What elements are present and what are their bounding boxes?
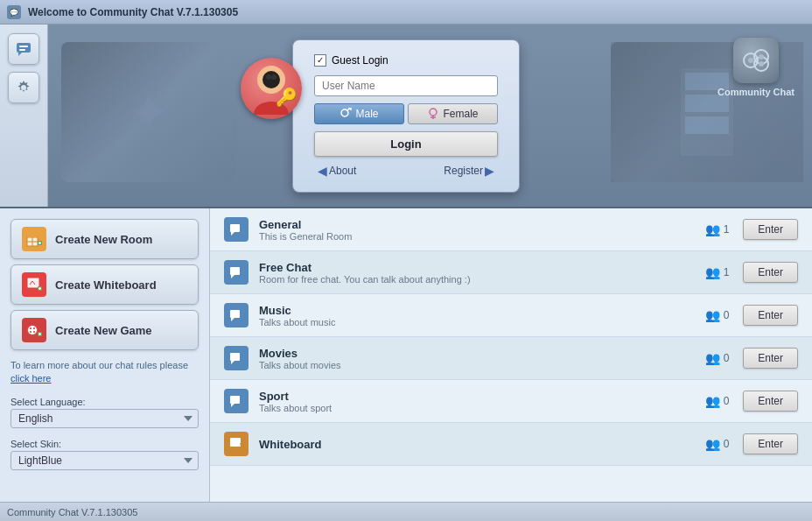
- register-link[interactable]: Register ▶: [444, 164, 494, 178]
- status-text: Community Chat V.7.1.130305: [7, 507, 137, 517]
- enter-room-button[interactable]: Enter: [743, 433, 798, 454]
- enter-room-button[interactable]: Enter: [743, 219, 798, 240]
- svg-marker-3: [18, 53, 22, 56]
- svg-point-13: [341, 109, 348, 116]
- svg-rect-57: [230, 353, 240, 361]
- users-icon: 👥: [705, 222, 720, 236]
- enter-room-button[interactable]: Enter: [743, 262, 798, 283]
- create-whiteboard-label: Create Whiteboard: [55, 278, 157, 292]
- room-list-item: Sport Talks about sport 👥 0 Enter: [210, 380, 812, 423]
- bottom-area: Create New Room Create Whiteboard: [0, 208, 812, 502]
- about-arrow-icon: ◀: [318, 164, 327, 178]
- svg-marker-52: [231, 232, 234, 236]
- room-name: Music: [259, 304, 705, 317]
- user-count: 0: [724, 395, 730, 407]
- room-list-item: Whiteboard 👥 0 Enter: [210, 423, 812, 466]
- left-panel: Create New Room Create Whiteboard: [0, 208, 210, 502]
- svg-point-46: [30, 331, 32, 333]
- community-logo-icon: [733, 38, 779, 83]
- room-icon: [224, 303, 248, 327]
- female-btn[interactable]: Female: [408, 103, 498, 124]
- username-input[interactable]: [314, 75, 498, 96]
- room-list-item: Movies Talks about movies 👥 0 Enter: [210, 337, 812, 380]
- room-info: Sport Talks about sport: [259, 390, 705, 413]
- community-chat-label: Community Chat: [718, 87, 794, 98]
- community-logo-area: Community Chat: [718, 38, 794, 98]
- room-name: Movies: [259, 347, 705, 360]
- male-label: Male: [355, 108, 378, 120]
- create-whiteboard-button[interactable]: Create Whiteboard: [10, 264, 199, 305]
- room-desc: Talks about music: [259, 317, 705, 327]
- login-button[interactable]: Login: [314, 131, 498, 157]
- users-icon: 👥: [705, 351, 720, 365]
- svg-point-29: [759, 54, 764, 60]
- room-users: 👥 0: [705, 351, 730, 365]
- language-select[interactable]: English Spanish French: [10, 409, 199, 428]
- room-desc: Room for free chat. You can talk about a…: [259, 274, 705, 285]
- room-icon: [224, 389, 248, 413]
- room-users: 👥 1: [705, 265, 730, 279]
- room-users: 👥 0: [705, 308, 730, 322]
- room-list-item: Free Chat Room for free chat. You can ta…: [210, 251, 812, 294]
- user-count: 1: [724, 223, 730, 236]
- svg-text:💬: 💬: [10, 8, 18, 17]
- room-icon: [224, 346, 248, 370]
- click-here-link[interactable]: click here: [10, 373, 51, 384]
- users-icon: 👥: [705, 394, 720, 408]
- room-list-item: Music Talks about music 👥 0 Enter: [210, 294, 812, 337]
- svg-rect-55: [230, 310, 240, 318]
- room-list-panel: General This is General Room 👥 1 Enter F…: [210, 208, 812, 502]
- settings-sidebar-btn[interactable]: [8, 72, 39, 103]
- room-icon: [224, 260, 248, 285]
- svg-point-45: [33, 327, 35, 329]
- users-icon: 👥: [705, 308, 720, 322]
- create-room-label: Create New Room: [55, 233, 152, 246]
- svg-point-10: [266, 74, 271, 80]
- svg-rect-2: [17, 43, 31, 53]
- room-desc: Talks about movies: [259, 360, 705, 370]
- svg-point-47: [33, 331, 35, 333]
- guest-login-row: ✓ Guest Login: [314, 54, 498, 67]
- male-btn[interactable]: Male: [314, 103, 404, 124]
- room-icon: [224, 217, 248, 242]
- room-name: Sport: [259, 390, 705, 403]
- chat-sidebar-btn[interactable]: [8, 33, 39, 65]
- svg-rect-51: [230, 224, 240, 232]
- enter-room-button[interactable]: Enter: [743, 305, 798, 326]
- skin-label: Select Skin:: [10, 439, 199, 449]
- skin-select[interactable]: LightBlue Default Dark: [10, 451, 199, 470]
- svg-point-17: [430, 109, 437, 116]
- title-bar: 💬 Welcome to Community Chat V.7.1.130305: [0, 0, 812, 25]
- svg-marker-56: [231, 318, 234, 321]
- status-bar: Community Chat V.7.1.130305: [0, 502, 812, 521]
- chat-rules-text: To learn more about our chat rules pleas…: [10, 359, 199, 386]
- language-section: Select Language: English Spanish French: [10, 397, 199, 428]
- room-users: 👥 0: [705, 394, 730, 408]
- user-count: 0: [724, 309, 730, 321]
- svg-marker-60: [231, 404, 234, 407]
- svg-rect-59: [230, 396, 240, 404]
- enter-room-button[interactable]: Enter: [743, 348, 798, 369]
- users-icon: 👥: [705, 437, 720, 451]
- skin-section: Select Skin: LightBlue Default Dark: [10, 439, 199, 470]
- create-game-icon: [22, 318, 46, 342]
- window-title: Welcome to Community Chat V.7.1.130305: [28, 6, 238, 18]
- app-icon: 💬: [7, 5, 21, 19]
- room-desc: This is General Room: [259, 231, 705, 242]
- svg-rect-61: [230, 438, 241, 447]
- create-room-button[interactable]: Create New Room: [10, 219, 199, 259]
- svg-marker-58: [231, 361, 234, 364]
- gender-row: Male Female: [314, 103, 498, 124]
- create-game-button[interactable]: Create New Game: [10, 310, 199, 350]
- create-game-label: Create New Game: [55, 324, 152, 337]
- about-link[interactable]: ◀ About: [318, 164, 356, 178]
- svg-rect-4: [19, 46, 28, 47]
- guest-login-checkbox[interactable]: ✓: [314, 54, 326, 67]
- svg-point-44: [30, 327, 32, 329]
- room-users: 👥 1: [705, 222, 730, 236]
- main-window: ✦ 🔑 ✓: [0, 25, 812, 521]
- user-count: 0: [724, 438, 730, 450]
- enter-room-button[interactable]: Enter: [743, 391, 798, 412]
- bg-thumbnail-left: ✦: [61, 42, 236, 182]
- top-panel: ✦ 🔑 ✓: [0, 25, 812, 208]
